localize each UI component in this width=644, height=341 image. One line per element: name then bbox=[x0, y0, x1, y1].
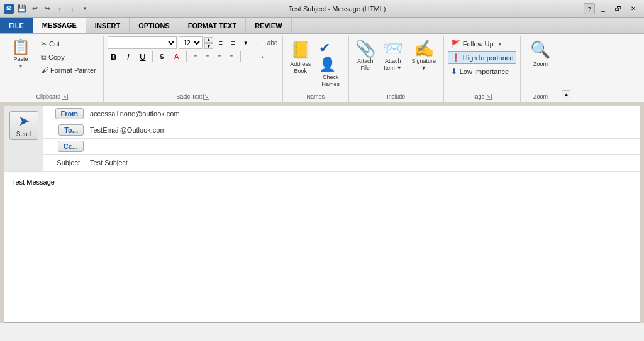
spell-check-button[interactable]: abc bbox=[266, 36, 279, 49]
cc-label-cell: Cc... bbox=[43, 141, 87, 152]
from-label-cell: From bbox=[43, 108, 87, 119]
outdent-button[interactable]: ← bbox=[253, 37, 264, 48]
to-input[interactable] bbox=[87, 124, 640, 136]
basic-text-group-label: Basic Text ↘ bbox=[108, 92, 279, 102]
subject-label-cell: Subject bbox=[43, 159, 87, 166]
low-importance-button[interactable]: ⬇ Low Importance bbox=[448, 65, 517, 78]
tab-review[interactable]: REVIEW bbox=[246, 18, 291, 33]
high-importance-button[interactable]: ❗ High Importance bbox=[448, 51, 517, 64]
font-row: 12 ▲ ▼ ≡ ≡ ▼ ← abc bbox=[108, 36, 279, 49]
cc-button[interactable]: Cc... bbox=[58, 141, 84, 152]
indent-decrease-button[interactable]: ← bbox=[244, 51, 255, 62]
signature-label: Signature ▼ bbox=[410, 58, 438, 72]
attach-item-button[interactable]: 📨 AttachItem ▼ bbox=[380, 38, 406, 74]
font-size-increase[interactable]: ▲ bbox=[204, 37, 213, 43]
from-row: From accessallinone@outlook.com bbox=[43, 106, 640, 122]
from-button[interactable]: From bbox=[55, 108, 84, 119]
cut-label: Cut bbox=[49, 40, 60, 48]
attach-file-label: AttachFile bbox=[357, 58, 374, 72]
paste-label: Paste bbox=[13, 56, 28, 62]
follow-up-button[interactable]: 🚩 Follow Up ▼ bbox=[448, 38, 517, 50]
address-book-button[interactable]: 📒 AddressBook bbox=[287, 38, 314, 77]
compose-container: ➤ Send From accessallinone@outlook.com T… bbox=[4, 106, 640, 323]
align-left-button[interactable]: ≡ bbox=[190, 51, 201, 62]
font-size-decrease[interactable]: ▼ bbox=[204, 43, 213, 49]
tab-format-text[interactable]: FORMAT TEXT bbox=[179, 18, 246, 33]
indent-increase-button[interactable]: → bbox=[256, 51, 267, 62]
include-group-label: Include bbox=[353, 92, 440, 102]
align-justify-button[interactable]: ≡ bbox=[226, 51, 237, 62]
format-separator-2 bbox=[186, 51, 187, 62]
basic-text-expander[interactable]: ↘ bbox=[203, 94, 209, 100]
include-group: 📎 AttachFile 📨 AttachItem ▼ ✍ Signature … bbox=[349, 36, 444, 102]
align-center-button[interactable]: ≡ bbox=[202, 51, 213, 62]
clipboard-actions: ✂ Cut ⧉ Copy 🖌 Format Painter bbox=[38, 36, 99, 77]
names-group-label: Names bbox=[287, 92, 345, 102]
fields-panel: From accessallinone@outlook.com To... Cc… bbox=[43, 106, 640, 171]
font-family-select[interactable] bbox=[108, 36, 177, 49]
font-size-adjust: ▲ ▼ bbox=[204, 37, 213, 49]
attach-file-button[interactable]: 📎 AttachFile bbox=[353, 38, 378, 74]
zoom-button[interactable]: 🔍 Zoom bbox=[525, 38, 556, 70]
clipboard-group-label: Clipboard ↘ bbox=[5, 92, 99, 102]
check-names-icon: ✔👤 bbox=[319, 40, 343, 73]
clipboard-expander[interactable]: ↘ bbox=[62, 94, 68, 100]
zoom-group: 🔍 Zoom Zoom bbox=[521, 36, 560, 102]
subject-input[interactable] bbox=[87, 157, 640, 168]
subject-label: Subject bbox=[57, 159, 84, 166]
send-button[interactable]: ➤ Send bbox=[9, 111, 38, 140]
tags-group: 🚩 Follow Up ▼ ❗ High Importance ⬇ Low Im… bbox=[444, 36, 521, 102]
up-icon[interactable]: ↑ bbox=[54, 3, 65, 14]
message-body[interactable]: Test Message bbox=[4, 171, 640, 322]
tab-options[interactable]: OPTIONS bbox=[130, 18, 179, 33]
window-controls: ? _ 🗗 ✕ bbox=[584, 3, 640, 14]
app-icon: ✉ bbox=[4, 4, 14, 14]
attach-item-label: AttachItem ▼ bbox=[384, 58, 402, 72]
to-button[interactable]: To... bbox=[58, 124, 84, 136]
paste-button[interactable]: 📋 Paste ▼ bbox=[5, 36, 36, 72]
close-button[interactable]: ✕ bbox=[626, 3, 640, 14]
font-color-button[interactable]: A bbox=[170, 50, 183, 63]
align-buttons: ≡ ≡ ≡ ≡ bbox=[190, 51, 237, 62]
to-label-cell: To... bbox=[43, 124, 87, 136]
bullets-button[interactable]: ≡ bbox=[215, 37, 226, 48]
signature-button[interactable]: ✍ Signature ▼ bbox=[408, 38, 440, 74]
copy-button[interactable]: ⧉ Copy bbox=[38, 51, 99, 63]
zoom-icon: 🔍 bbox=[530, 40, 550, 60]
help-button[interactable]: ? bbox=[584, 3, 595, 14]
cut-button[interactable]: ✂ Cut bbox=[38, 38, 99, 50]
list-more-button[interactable]: ▼ bbox=[240, 37, 252, 48]
numbering-button[interactable]: ≡ bbox=[228, 37, 239, 48]
cc-input[interactable] bbox=[87, 141, 640, 152]
minimize-button[interactable]: _ bbox=[596, 3, 610, 14]
font-size-select[interactable]: 12 bbox=[179, 36, 203, 49]
italic-button[interactable]: I bbox=[122, 50, 135, 63]
format-painter-button[interactable]: 🖌 Format Painter bbox=[38, 64, 99, 77]
save-icon[interactable]: 💾 bbox=[16, 3, 28, 14]
title-bar: ✉ 💾 ↩ ↪ ↑ ↓ ▼ Test Subject - Message (HT… bbox=[0, 0, 644, 18]
bold-button[interactable]: B bbox=[108, 50, 120, 63]
tab-message[interactable]: MESSAGE bbox=[33, 18, 86, 33]
high-importance-icon: ❗ bbox=[451, 53, 460, 62]
down-icon[interactable]: ↓ bbox=[67, 3, 78, 14]
ribbon-content: 📋 Paste ▼ ✂ Cut ⧉ Copy 🖌 Format Painter bbox=[0, 34, 644, 102]
tab-insert[interactable]: INSERT bbox=[86, 18, 130, 33]
strikethrough-button[interactable]: S̶ bbox=[156, 50, 169, 63]
tags-expander[interactable]: ↘ bbox=[486, 94, 492, 100]
underline-button[interactable]: U bbox=[136, 50, 149, 63]
compose-header: ➤ Send From accessallinone@outlook.com T… bbox=[4, 106, 640, 171]
align-right-button[interactable]: ≡ bbox=[214, 51, 225, 62]
ribbon-collapse-button[interactable]: ▲ bbox=[562, 90, 570, 99]
restore-button[interactable]: 🗗 bbox=[611, 3, 625, 14]
cut-icon: ✂ bbox=[41, 40, 47, 48]
check-names-label: CheckNames bbox=[321, 74, 340, 88]
tab-file[interactable]: FILE bbox=[0, 18, 33, 33]
more-icon[interactable]: ▼ bbox=[79, 3, 91, 14]
check-names-button[interactable]: ✔👤 CheckNames bbox=[317, 38, 345, 90]
redo-icon[interactable]: ↪ bbox=[42, 3, 53, 14]
send-icon: ➤ bbox=[18, 113, 30, 129]
send-label: Send bbox=[16, 131, 31, 138]
high-importance-label: High Importance bbox=[463, 54, 514, 62]
format-painter-label: Format Painter bbox=[50, 67, 96, 74]
undo-icon[interactable]: ↩ bbox=[29, 3, 40, 14]
